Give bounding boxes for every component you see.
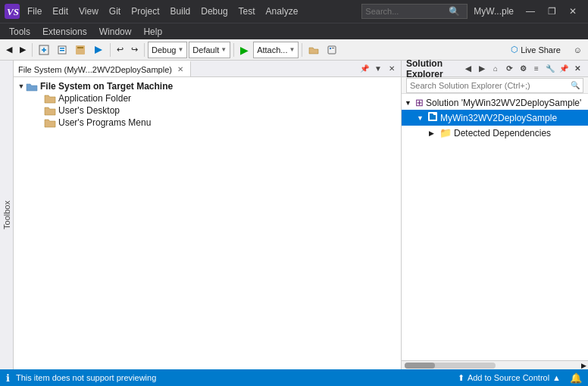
close-button[interactable]: ✕: [562, 0, 583, 23]
title-menu: File Edit View Git Project Build Debug T…: [23, 5, 355, 18]
toolbar-separator-1: [32, 43, 33, 57]
source-control-icon: ⬆: [458, 373, 464, 383]
root-expand-arrow: ▼: [17, 82, 26, 90]
start-button[interactable]: ▶: [237, 42, 252, 58]
scrollbar-right-arrow[interactable]: ▶: [581, 362, 586, 369]
platform-label: Default: [192, 45, 219, 54]
menu-git[interactable]: Git: [105, 5, 125, 18]
se-project-item[interactable]: ▼ MyWin32WV2DeploySample: [402, 110, 588, 126]
menu-analyze[interactable]: Analyze: [261, 5, 303, 18]
main-area: Toolbox File System (MyW...2WV2DeploySam…: [0, 61, 588, 369]
feedback-button[interactable]: ☺: [571, 42, 585, 58]
toolbar-btn-4[interactable]: [90, 42, 107, 58]
toolbox-sidebar[interactable]: Toolbox: [0, 61, 14, 369]
svg-rect-7: [77, 47, 83, 48]
se-back-icon[interactable]: ◀: [462, 63, 474, 75]
fs-item-label-2: User's Desktop: [58, 105, 120, 116]
fs-item-label-1: Application Folder: [58, 93, 131, 104]
attach-label: Attach...: [257, 45, 287, 54]
fs-tab-close[interactable]: ✕: [175, 64, 186, 75]
source-control-button[interactable]: ⬆ Add to Source Control ▲: [455, 369, 564, 386]
menu-file[interactable]: File: [23, 5, 46, 18]
menu-project[interactable]: Project: [127, 5, 164, 18]
tab-close-icon[interactable]: ✕: [386, 63, 398, 75]
debug-mode-dropdown[interactable]: Debug ▼: [148, 42, 187, 58]
fs-tab-bar: File System (MyW...2WV2DeploySample) ✕ 📌…: [14, 61, 401, 77]
menu-tools[interactable]: Tools: [3, 23, 36, 40]
se-forward-icon[interactable]: ▶: [476, 63, 488, 75]
tab-dropdown-icon[interactable]: ▼: [372, 63, 384, 75]
fs-item-users-desktop[interactable]: User's Desktop: [14, 104, 401, 117]
se-solution-label: Solution 'MyWin32WV2DeploySample': [426, 98, 581, 108]
se-scrollbar[interactable]: ▶: [402, 360, 588, 369]
pin-icon[interactable]: 📌: [358, 63, 371, 75]
undo-button[interactable]: ↩: [114, 42, 127, 58]
live-share-label: Live Share: [521, 45, 561, 54]
se-wrench-icon[interactable]: 🔧: [544, 63, 556, 75]
back-button[interactable]: ◀: [3, 42, 15, 58]
se-toolbar: 🔍: [402, 77, 588, 94]
config-button[interactable]: [324, 42, 340, 58]
menu-window[interactable]: Window: [93, 23, 138, 40]
se-search-box[interactable]: 🔍: [406, 78, 583, 93]
notifications-bell-icon[interactable]: 🔔: [570, 372, 582, 384]
scrollbar-track: [405, 363, 496, 369]
search-icon: 🔍: [449, 6, 460, 17]
fs-root-item[interactable]: ▼ File System on Target Machine: [14, 80, 401, 92]
se-settings-icon[interactable]: ⚙: [517, 63, 529, 75]
se-close-icon[interactable]: ✕: [571, 63, 583, 75]
folder-open-button[interactable]: [305, 42, 322, 58]
fs-item-users-programs-menu[interactable]: User's Programs Menu: [14, 117, 401, 129]
se-tree: ▼ ⊞ Solution 'MyWin32WV2DeploySample' ▼ …: [402, 94, 588, 360]
menu-build[interactable]: Build: [166, 5, 195, 18]
se-title-label: Solution Explorer: [406, 58, 462, 79]
se-properties-icon[interactable]: ≡: [530, 63, 543, 75]
source-control-label: Add to Source Control: [468, 373, 549, 382]
menu-view[interactable]: View: [74, 5, 103, 18]
menu-edit[interactable]: Edit: [48, 5, 73, 18]
title-bar: VS File Edit View Git Project Build Debu…: [0, 0, 588, 23]
menu-extensions[interactable]: Extensions: [36, 23, 93, 40]
redo-button[interactable]: ↪: [128, 42, 141, 58]
se-home-icon[interactable]: ⌂: [489, 63, 502, 75]
title-search-box[interactable]: 🔍: [361, 4, 468, 19]
live-share-icon: ⬡: [511, 45, 518, 54]
menu-test[interactable]: Test: [234, 5, 260, 18]
fs-tab-icons: 📌 ▼ ✕: [358, 61, 401, 76]
fs-tree: ▼ File System on Target Machine Applicat…: [14, 77, 401, 369]
scrollbar-thumb[interactable]: [405, 363, 435, 369]
se-solution-item[interactable]: ▼ ⊞ Solution 'MyWin32WV2DeploySample': [402, 95, 588, 110]
attach-dropdown[interactable]: Attach... ▼: [253, 42, 299, 58]
debug-dropdown-arrow: ▼: [177, 46, 183, 53]
se-pin-icon[interactable]: 📌: [558, 63, 570, 75]
window-controls: — ❐ ✕: [520, 0, 583, 23]
fs-item-application-folder[interactable]: Application Folder: [14, 92, 401, 104]
fs-root-label: File System on Target Machine: [40, 81, 173, 92]
deps-folder-icon: 📁: [439, 127, 452, 139]
fs-tab[interactable]: File System (MyW...2WV2DeploySample) ✕: [14, 61, 191, 76]
vs-logo-icon: VS: [5, 4, 20, 19]
svg-rect-9: [330, 48, 331, 49]
search-input[interactable]: [365, 7, 449, 16]
toolbar-btn-2[interactable]: [54, 42, 70, 58]
toolbar: ◀ ▶ ↩ ↪ Debug ▼ Default ▼ ▶ Attach... ▼ …: [0, 39, 588, 61]
menu-help[interactable]: Help: [137, 23, 168, 40]
forward-button[interactable]: ▶: [17, 42, 29, 58]
minimize-button[interactable]: —: [520, 0, 541, 23]
status-right-area: ⬆ Add to Source Control ▲ 🔔: [455, 369, 582, 386]
restore-button[interactable]: ❐: [541, 0, 562, 23]
se-search-input[interactable]: [410, 81, 571, 90]
toolbar-separator-2: [110, 43, 111, 57]
toolbar-separator-3: [144, 43, 145, 57]
live-share-button[interactable]: ⬡ Live Share: [505, 42, 566, 58]
menu-debug[interactable]: Debug: [196, 5, 232, 18]
project-expand-arrow: ▼: [417, 114, 426, 122]
toolbar-btn-1[interactable]: [36, 42, 52, 58]
toolbar-btn-3[interactable]: [72, 42, 89, 58]
se-refresh-icon[interactable]: ⟳: [503, 63, 515, 75]
file-system-panel: File System (MyW...2WV2DeploySample) ✕ 📌…: [14, 61, 402, 369]
platform-dropdown[interactable]: Default ▼: [189, 42, 230, 58]
se-dependencies-item[interactable]: ▶ 📁 Detected Dependencies: [402, 126, 588, 140]
project-icon: [427, 111, 438, 124]
status-message: This item does not support previewing: [16, 373, 156, 382]
